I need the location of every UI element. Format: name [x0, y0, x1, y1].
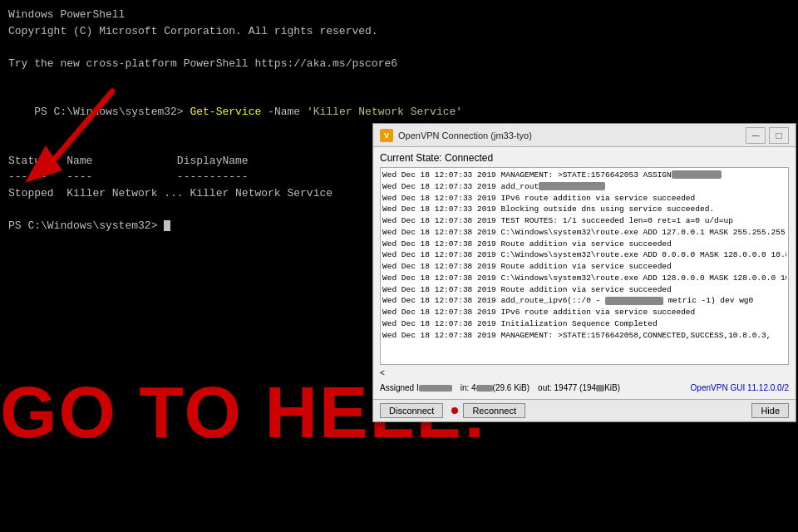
window-controls[interactable]: ─ □ — [746, 127, 789, 144]
openvpn-footer: Disconnect Reconnect Hide — [373, 399, 796, 421]
openvpn-status: Current State: Connected — [380, 152, 789, 164]
openvpn-log: Wed Dec 18 12:07:33 2019 MANAGEMENT: >ST… — [380, 167, 789, 365]
status-dot — [451, 407, 458, 414]
log-arrow-row: < — [380, 367, 789, 378]
log-line-7: Wed Dec 18 12:07:38 2019 Route addition … — [382, 239, 786, 250]
footer-right: Hide — [751, 403, 789, 418]
hide-button[interactable]: Hide — [751, 403, 789, 418]
log-line-14: Wed Dec 18 12:07:38 2019 Initialization … — [382, 318, 786, 330]
log-line-2: Wed Dec 18 12:07:33 2019 add_rout — [382, 181, 786, 193]
out-stats: out: 19477 (194KiB) — [538, 383, 620, 392]
openvpn-stats: Assigned I in: 4(29.6 KiB) out: 19477 (1… — [380, 382, 789, 394]
assigned-label: Assigned I — [380, 383, 452, 392]
terminal-line-2: Copyright (C) Microsoft Corporation. All… — [8, 23, 790, 40]
log-line-1: Wed Dec 18 12:07:33 2019 MANAGEMENT: >ST… — [382, 170, 786, 181]
cmd-get-service: Get-Service — [190, 106, 261, 118]
svg-marker-1 — [25, 145, 62, 183]
log-line-10: Wed Dec 18 12:07:38 2019 C:\Windows\syst… — [382, 273, 786, 284]
log-line-8: Wed Dec 18 12:07:38 2019 C:\Windows\syst… — [382, 249, 786, 261]
log-line-5: Wed Dec 18 12:07:38 2019 TEST ROUTES: 1/… — [382, 215, 786, 227]
disconnect-button[interactable]: Disconnect — [380, 403, 443, 418]
red-arrow — [17, 83, 116, 183]
status-label: Current State: — [380, 152, 442, 164]
string-service-name: 'Killer Network Service' — [307, 106, 462, 118]
log-line-9: Wed Dec 18 12:07:38 2019 Route addition … — [382, 261, 786, 273]
log-line-13: Wed Dec 18 12:07:38 2019 IPv6 route addi… — [382, 307, 786, 318]
reconnect-button[interactable]: Reconnect — [463, 403, 525, 418]
terminal-line-3 — [8, 39, 790, 56]
maximize-button[interactable]: □ — [769, 127, 789, 144]
param-name: -Name — [261, 106, 307, 118]
in-stats: in: 4(29.6 KiB) — [461, 383, 530, 392]
openvpn-window: V OpenVPN Connection (jm33-tyo) ─ □ Curr… — [372, 123, 796, 422]
log-line-11: Wed Dec 18 12:07:38 2019 Route addition … — [382, 284, 786, 296]
terminal-line-4: Try the new cross-platform PowerShell ht… — [8, 56, 790, 72]
terminal-line-5 — [8, 71, 790, 88]
openvpn-titlebar: V OpenVPN Connection (jm33-tyo) ─ □ — [373, 124, 796, 147]
status-value: Connected — [445, 152, 493, 164]
openvpn-icon: V — [380, 129, 393, 142]
terminal-line-1: Windows PowerShell — [8, 7, 790, 23]
stats-left: Assigned I in: 4(29.6 KiB) out: 19477 (1… — [380, 383, 620, 392]
log-line-3: Wed Dec 18 12:07:33 2019 IPv6 route addi… — [382, 193, 786, 204]
openvpn-body: Current State: Connected Wed Dec 18 12:0… — [373, 147, 796, 399]
log-line-12: Wed Dec 18 12:07:38 2019 add_route_ipv6(… — [382, 295, 786, 307]
log-line-4: Wed Dec 18 12:07:33 2019 Blocking outsid… — [382, 204, 786, 215]
log-line-6: Wed Dec 18 12:07:38 2019 C:\Windows\syst… — [382, 227, 786, 239]
openvpn-gui-link[interactable]: OpenVPN GUI 11.12.0.0/2 — [691, 383, 789, 392]
openvpn-title-area: V OpenVPN Connection (jm33-tyo) — [380, 129, 532, 142]
log-line-15: Wed Dec 18 12:07:38 2019 MANAGEMENT: >ST… — [382, 330, 786, 342]
openvpn-title: OpenVPN Connection (jm33-tyo) — [398, 131, 532, 140]
minimize-button[interactable]: ─ — [746, 127, 766, 144]
